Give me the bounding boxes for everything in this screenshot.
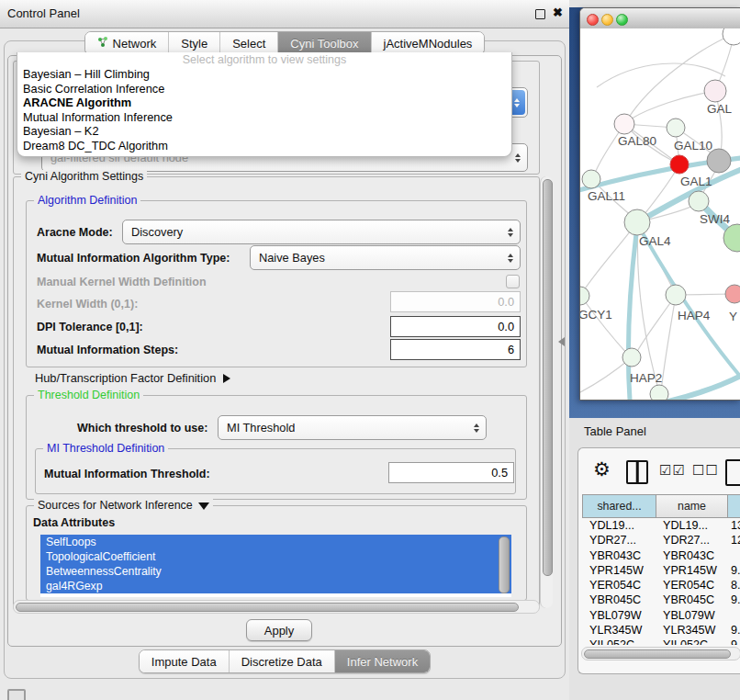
app-root: Control Panel ✖ NetworkStyleSelectCyni T… — [0, 0, 740, 700]
aracne-mode-combo[interactable]: Discovery — [122, 220, 521, 244]
network-edge — [661, 295, 676, 391]
table-row[interactable]: YBL079WYBL079W — [582, 608, 740, 623]
table-horizontal-scrollbar-thumb[interactable] — [584, 649, 731, 659]
list-scrollbar-thumb[interactable] — [499, 536, 510, 593]
table-header-cell[interactable]: name — [656, 495, 728, 517]
minimize-traffic-light-icon[interactable] — [601, 14, 613, 26]
mi-algorithm-type-value: Naive Bayes — [259, 251, 325, 265]
algorithm-option[interactable]: Mutual Information Inference — [17, 110, 511, 125]
table-row[interactable]: YIL052CYIL052C9 — [582, 638, 740, 645]
close-traffic-light-icon[interactable] — [587, 14, 599, 26]
table-file-icon[interactable] — [725, 459, 740, 486]
data-attributes-list[interactable]: SelfLoopsTopologicalCoefficientBetweenne… — [40, 535, 511, 597]
dpi-tolerance-field[interactable]: 0.0 — [390, 316, 521, 337]
table-row[interactable]: YPR145WYPR145W9. — [582, 563, 740, 578]
table-row[interactable]: YER054CYER054C8. — [582, 578, 740, 593]
tab-network[interactable]: Network — [85, 32, 170, 54]
chevron-down-icon[interactable] — [198, 502, 209, 510]
settings-vertical-scrollbar[interactable] — [540, 176, 553, 608]
mi-steps-field[interactable]: 6 — [390, 339, 521, 360]
network-icon — [97, 37, 108, 51]
settings-horizontal-scrollbar-thumb[interactable] — [16, 603, 519, 612]
unchecked-checkboxes-icon[interactable]: ☐☐ — [692, 462, 719, 479]
table-panel: ⚙ ☑☑ ☐☐ shared...nameA YDL19...YDL19...1… — [577, 447, 740, 674]
table-cell: YBR043C — [656, 548, 727, 563]
algorithm-option[interactable]: Bayesian – K2 — [17, 124, 511, 139]
table-header-cell[interactable]: A — [728, 495, 740, 517]
network-window[interactable]: GALGAL80GAL10GAL1GAL11SWI4GAL4GCY1HAP4YH… — [579, 7, 740, 401]
which-threshold-combo[interactable]: MI Threshold — [218, 415, 487, 440]
network-node-y[interactable] — [725, 285, 740, 303]
table-row[interactable]: YBR045CYBR045C9. — [582, 593, 740, 607]
attribute-item[interactable]: SelfLoops — [40, 535, 511, 549]
algorithm-option[interactable]: ARACNE Algorithm — [17, 96, 511, 110]
network-node-hap4[interactable] — [666, 285, 686, 305]
algorithm-option[interactable]: Basic Correlation Inference — [17, 82, 511, 96]
tab-cyni-toolbox[interactable]: Cyni Toolbox — [278, 32, 371, 54]
combo-stepper-icon[interactable] — [503, 248, 518, 267]
cyni-algorithm-settings-legend: Cyni Algorithm Settings — [21, 170, 147, 183]
float-window-icon[interactable] — [535, 9, 545, 19]
checked-checkboxes-icon[interactable]: ☑☑ — [659, 462, 686, 479]
tab-jactivemnodules[interactable]: jActiveMNodules — [372, 32, 485, 54]
network-node-gal10[interactable] — [667, 119, 685, 137]
network-node-gcy1[interactable] — [580, 287, 589, 305]
network-node-label: HAP2 — [630, 371, 662, 385]
close-icon[interactable]: ✖ — [553, 6, 563, 19]
algorithm-option[interactable]: Bayesian – Hill Climbing — [17, 67, 511, 82]
network-graph[interactable]: GALGAL80GAL10GAL1GAL11SWI4GAL4GCY1HAP4YH… — [580, 28, 740, 400]
network-node-gal4[interactable] — [624, 209, 650, 235]
apply-button[interactable]: Apply — [246, 619, 312, 641]
network-node-swi4[interactable] — [689, 191, 709, 211]
split-columns-icon[interactable] — [626, 460, 648, 484]
table-header-cell[interactable]: shared... — [583, 495, 656, 517]
network-node-gal80[interactable] — [614, 114, 634, 134]
table-cell: YDR27... — [656, 533, 727, 548]
tab-style[interactable]: Style — [169, 32, 220, 54]
network-window-titlebar[interactable] — [580, 8, 740, 29]
table-cell: YPR145W — [656, 563, 727, 578]
zoom-traffic-light-icon[interactable] — [616, 14, 628, 26]
algorithm-option[interactable]: Dream8 DC_TDC Algorithm — [17, 139, 511, 153]
manual-kernel-width-checkbox[interactable] — [506, 275, 520, 288]
table-horizontal-scrollbar[interactable] — [581, 647, 740, 660]
network-node-label: GAL4 — [639, 234, 671, 248]
table-row[interactable]: YLR345WYLR345W9. — [582, 623, 740, 638]
tab-infer-network[interactable]: Infer Network — [335, 650, 430, 672]
tab-select[interactable]: Select — [220, 32, 278, 54]
table-cell: 9. — [727, 623, 740, 638]
minimized-panel-icon[interactable] — [7, 689, 26, 700]
combo-stepper-icon[interactable] — [469, 418, 484, 437]
bottom-tabbar: Impute DataDiscretize DataInfer Network — [0, 649, 569, 673]
table-row[interactable]: YDR27...YDR27...12 — [582, 533, 740, 548]
settings-horizontal-scrollbar[interactable] — [13, 600, 540, 614]
settings-vertical-scrollbar-thumb[interactable] — [543, 179, 553, 576]
attribute-item[interactable]: gal4RGexp — [40, 579, 511, 593]
mutual-information-threshold-field[interactable]: 0.5 — [388, 462, 514, 483]
panel-collapse-icon[interactable] — [558, 337, 565, 346]
network-node[interactable] — [723, 28, 740, 45]
table-row[interactable]: YDL19...YDL19...13 — [582, 518, 740, 533]
tab-label: Style — [181, 37, 207, 51]
desktop-region: GALGAL80GAL10GAL1GAL11SWI4GAL4GCY1HAP4YH… — [569, 0, 740, 700]
attribute-item[interactable]: TopologicalCoefficient — [40, 549, 511, 564]
which-threshold-value: MI Threshold — [227, 421, 295, 435]
mi-algorithm-type-combo[interactable]: Naive Bayes — [250, 245, 521, 270]
network-node-gal[interactable] — [704, 80, 726, 102]
network-node[interactable] — [650, 385, 668, 400]
tab-impute-data[interactable]: Impute Data — [140, 650, 230, 672]
which-threshold-label: Which threshold to use: — [77, 422, 207, 435]
combo-stepper-icon[interactable] — [503, 222, 518, 242]
network-node-gal1[interactable] — [670, 155, 689, 174]
table-row[interactable]: YBR043CYBR043C — [582, 548, 740, 563]
network-canvas[interactable]: GALGAL80GAL10GAL1GAL11SWI4GAL4GCY1HAP4YH… — [580, 28, 740, 400]
kernel-width-field[interactable]: 0.0 — [390, 291, 521, 312]
tab-discretize-data[interactable]: Discretize Data — [230, 650, 335, 672]
attribute-item[interactable]: BetweennessCentrality — [40, 564, 511, 579]
hub-definition-toggle[interactable]: Hub/Transcription Factor Definition — [35, 371, 230, 385]
network-node-hap2[interactable] — [622, 348, 641, 367]
network-node-gal11[interactable] — [582, 170, 600, 188]
gear-icon[interactable]: ⚙ — [593, 460, 611, 480]
combo-stepper-icon[interactable] — [510, 146, 525, 169]
network-edge-highlighted — [661, 370, 740, 400]
